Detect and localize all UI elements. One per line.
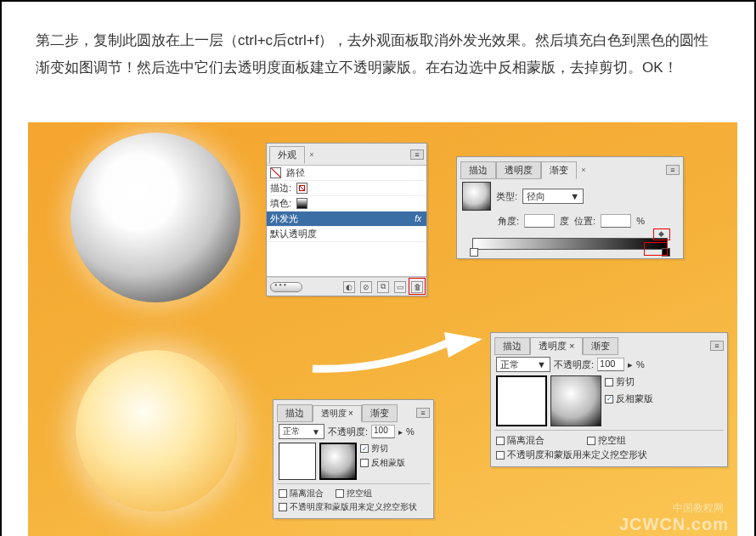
new-icon[interactable]: ▭ bbox=[394, 281, 406, 293]
appearance-footer: ◐ ⊘ ⧉ ▭ 🗑 bbox=[267, 277, 426, 296]
gradient-panel: 描边 透明度 渐变 × ≡ 类型: 径向 ▼ 角度: 度 位置: % bbox=[456, 156, 684, 259]
close-icon[interactable]: × bbox=[348, 409, 353, 418]
close-icon[interactable]: × bbox=[307, 150, 316, 159]
fx-icon: fx bbox=[413, 214, 423, 223]
chk-label: 剪切 bbox=[371, 443, 388, 454]
checkbox-icon bbox=[605, 378, 613, 386]
tab-gradient[interactable]: 渐变 bbox=[362, 404, 398, 422]
mask-thumb[interactable] bbox=[319, 443, 357, 480]
tab-stroke[interactable]: 描边 bbox=[460, 161, 496, 179]
fill-swatch-icon bbox=[296, 198, 307, 209]
knockout-checkbox-row[interactable]: 挖空组 bbox=[336, 488, 372, 499]
row-label: 外发光 bbox=[270, 212, 298, 225]
panel-menu-icon[interactable]: ≡ bbox=[416, 408, 430, 418]
blend-mode-select[interactable]: 正常 ▼ bbox=[279, 424, 324, 439]
stroke-swatch-icon bbox=[296, 183, 307, 194]
checkbox-icon bbox=[336, 489, 344, 498]
checkbox-icon bbox=[279, 489, 287, 498]
checkbox-icon bbox=[496, 437, 505, 445]
artwork-thumb[interactable] bbox=[279, 443, 316, 480]
opacity-input[interactable]: 100 bbox=[371, 425, 395, 438]
appearance-tab[interactable]: 外观 bbox=[269, 146, 305, 164]
isolate-checkbox-row[interactable]: 隔离混合 bbox=[279, 488, 324, 499]
toggle-icon[interactable]: ◐ bbox=[343, 281, 355, 293]
gradient-midpoint-slider[interactable] bbox=[653, 229, 670, 240]
define-checkbox-row[interactable]: 不透明度和蒙版用来定义挖空形状 bbox=[496, 449, 647, 461]
tab-stroke[interactable]: 描边 bbox=[277, 404, 313, 422]
row-path[interactable]: 路径 bbox=[267, 166, 426, 181]
white-black-sphere bbox=[71, 133, 240, 302]
close-icon[interactable]: × bbox=[579, 166, 588, 174]
checkbox-icon bbox=[279, 503, 287, 511]
checkbox-icon bbox=[496, 451, 505, 460]
tab-transparency[interactable]: 透明度× bbox=[530, 337, 583, 355]
chk-label: 挖空组 bbox=[347, 488, 372, 499]
isolate-checkbox-row[interactable]: 隔离混合 bbox=[496, 434, 544, 447]
glowing-orange-sphere bbox=[76, 350, 237, 511]
type-label: 类型: bbox=[496, 190, 517, 203]
tab-label: 透明度 bbox=[321, 409, 347, 418]
arrow-icon bbox=[308, 330, 487, 373]
row-default-transparency[interactable]: 默认透明度 bbox=[267, 227, 426, 242]
gradient-bar[interactable] bbox=[472, 238, 668, 250]
angle-unit: 度 bbox=[560, 215, 569, 228]
tab-transparency[interactable]: 透明度× bbox=[313, 405, 362, 422]
tab-gradient[interactable]: 渐变 bbox=[583, 337, 618, 355]
chk-label: 反相蒙版 bbox=[371, 457, 405, 469]
define-checkbox-row[interactable]: 不透明度和蒙版用来定义挖空形状 bbox=[279, 501, 417, 513]
divider bbox=[494, 430, 724, 431]
artwork-thumb[interactable] bbox=[496, 375, 547, 426]
row-stroke[interactable]: 描边: bbox=[267, 181, 426, 196]
clip-checkbox-row[interactable]: 剪切 bbox=[605, 375, 653, 388]
clear-icon[interactable]: ⊘ bbox=[360, 281, 372, 293]
panel-menu-icon[interactable]: ≡ bbox=[410, 150, 424, 160]
clip-checkbox-row[interactable]: ✓剪切 bbox=[360, 443, 405, 454]
opacity-stepper-icon[interactable]: ▸ bbox=[398, 427, 403, 437]
close-icon[interactable]: × bbox=[569, 341, 574, 351]
watermark-main: JCWCN.com bbox=[619, 515, 729, 534]
blend-mode-select[interactable]: 正常 ▼ bbox=[496, 357, 550, 372]
tab-stroke[interactable]: 描边 bbox=[494, 337, 530, 355]
divider bbox=[277, 483, 430, 484]
row-label: 描边: bbox=[270, 182, 291, 195]
select-value: 正常 bbox=[500, 358, 519, 371]
knockout-checkbox-row[interactable]: 挖空组 bbox=[587, 434, 626, 447]
pager-icon[interactable] bbox=[270, 282, 302, 292]
panel-menu-icon[interactable]: ≡ bbox=[666, 165, 680, 175]
tab-label: 透明度 bbox=[539, 341, 567, 351]
gradient-stop-white[interactable] bbox=[470, 248, 478, 257]
duplicate-icon[interactable]: ⧉ bbox=[377, 281, 389, 293]
panel-menu-icon[interactable]: ≡ bbox=[710, 341, 724, 351]
dropdown-icon: ▼ bbox=[570, 191, 579, 201]
invert-checkbox-row[interactable]: ✓反相蒙版 bbox=[605, 392, 653, 405]
angle-input[interactable] bbox=[524, 214, 555, 228]
opacity-stepper-icon[interactable]: ▸ bbox=[628, 359, 633, 370]
opacity-label: 不透明度: bbox=[554, 358, 594, 371]
chk-label: 隔离混合 bbox=[507, 434, 544, 447]
angle-label: 角度: bbox=[498, 215, 519, 228]
path-swatch-icon bbox=[270, 167, 281, 178]
position-input[interactable] bbox=[601, 214, 631, 228]
row-label: 默认透明度 bbox=[270, 228, 317, 240]
transparency-panel-large: 描边 透明度× 渐变 ≡ 正常 ▼ 不透明度: 100 ▸ % 剪切 bbox=[490, 332, 728, 467]
checkbox-icon: ✓ bbox=[605, 395, 613, 403]
opacity-input[interactable]: 100 bbox=[597, 358, 624, 371]
mask-thumb[interactable] bbox=[550, 375, 601, 426]
chk-label: 剪切 bbox=[616, 375, 635, 388]
dropdown-icon: ▼ bbox=[537, 359, 546, 370]
row-outer-glow[interactable]: 外发光 fx bbox=[267, 212, 426, 227]
pct-label: % bbox=[406, 426, 415, 437]
gradient-type-select[interactable]: 径向 ▼ bbox=[522, 189, 584, 204]
checkbox-icon bbox=[360, 459, 369, 467]
gradient-preview[interactable] bbox=[462, 182, 491, 211]
position-label: 位置: bbox=[574, 215, 595, 228]
tab-gradient[interactable]: 渐变 bbox=[541, 161, 577, 179]
chk-label: 反相蒙版 bbox=[616, 392, 653, 405]
invert-checkbox-row[interactable]: 反相蒙版 bbox=[360, 457, 405, 469]
chk-label: 挖空组 bbox=[598, 434, 626, 447]
tab-transparency[interactable]: 透明度 bbox=[496, 161, 541, 179]
row-fill[interactable]: 填色: bbox=[267, 196, 426, 212]
appearance-list: 路径 描边: 填色: 外发光 fx 默认透明度 bbox=[267, 166, 426, 277]
red-highlight-slider bbox=[644, 242, 668, 256]
orange-canvas: 外观 × ≡ 路径 描边: 填色: 外发光 fx bbox=[28, 122, 737, 536]
